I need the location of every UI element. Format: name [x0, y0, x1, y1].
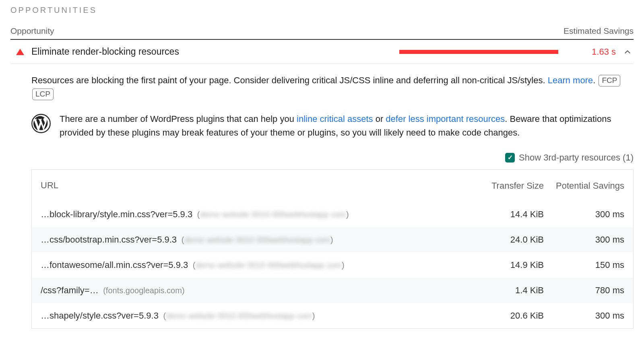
wp-mid: or: [373, 114, 386, 124]
third-party-label: Show 3rd-party resources (1): [519, 151, 634, 165]
th-savings: Potential Savings: [544, 180, 624, 192]
row-source: (demo website 0010 000webhostapp com): [195, 210, 349, 219]
opportunity-description: Resources are blocking the first paint o…: [31, 74, 634, 101]
opportunities-header: Opportunity Estimated Savings: [10, 26, 634, 40]
row-savings: 300 ms: [544, 208, 624, 221]
row-url[interactable]: …block-library/style.min.css?ver=5.9.3 (…: [41, 208, 463, 221]
row-url[interactable]: …css/bootstrap.min.css?ver=5.9.3 (demo w…: [41, 233, 463, 247]
row-size: 20.6 KiB: [463, 309, 544, 323]
triangle-fail-icon: [16, 49, 24, 55]
defer-resources-link[interactable]: defer less important resources: [386, 114, 505, 124]
table-row: …shapely/style.css?ver=5.9.3 (demo websi…: [32, 303, 633, 328]
row-savings: 780 ms: [544, 284, 624, 297]
table-row: /css?family=… (fonts.googleapis.com)1.4 …: [32, 278, 633, 303]
row-url[interactable]: …shapely/style.css?ver=5.9.3 (demo websi…: [41, 309, 463, 323]
row-savings: 300 ms: [544, 233, 624, 247]
row-size: 14.9 KiB: [463, 258, 544, 272]
opportunity-row[interactable]: Eliminate render-blocking resources 1.63…: [10, 40, 634, 64]
row-size: 24.0 KiB: [463, 233, 544, 247]
row-savings: 300 ms: [544, 309, 624, 323]
th-size: Transfer Size: [463, 180, 544, 192]
description-text: Resources are blocking the first paint o…: [31, 75, 548, 85]
opportunity-title: Eliminate render-blocking resources: [31, 46, 392, 57]
table-row: …css/bootstrap.min.css?ver=5.9.3 (demo w…: [32, 227, 633, 252]
wp-pre: There are a number of WordPress plugins …: [60, 114, 297, 124]
fcp-tag: FCP: [599, 75, 620, 86]
table-row: …block-library/style.min.css?ver=5.9.3 (…: [32, 202, 633, 227]
inline-critical-assets-link[interactable]: inline critical assets: [297, 114, 373, 124]
section-title: OPPORTUNITIES: [10, 6, 634, 15]
description-post: .: [593, 75, 595, 85]
savings-value: 1.63 s: [576, 47, 616, 57]
row-size: 14.4 KiB: [463, 208, 544, 221]
row-size: 1.4 KiB: [463, 284, 544, 297]
row-url[interactable]: /css?family=… (fonts.googleapis.com): [41, 284, 463, 297]
row-source: (demo website 0010 000webhostapp com): [190, 261, 344, 270]
chevron-up-icon: [623, 47, 632, 56]
third-party-checkbox[interactable]: ✓: [505, 153, 515, 163]
wordpress-hint: There are a number of WordPress plugins …: [60, 112, 634, 140]
row-url[interactable]: …fontawesome/all.min.css?ver=5.9.3 (demo…: [41, 258, 463, 272]
table-header: URL Transfer Size Potential Savings: [32, 170, 633, 201]
lcp-tag: LCP: [32, 88, 54, 100]
row-source: (demo website 0010 000webhostapp com): [161, 311, 315, 320]
row-source: (fonts.googleapis.com): [101, 286, 185, 295]
row-source: (demo website 0010 000webhostapp com): [179, 235, 333, 244]
opportunity-details: Resources are blocking the first paint o…: [10, 64, 634, 329]
wordpress-icon: [31, 114, 51, 133]
header-opportunity-label: Opportunity: [10, 26, 54, 36]
row-savings: 150 ms: [544, 258, 624, 272]
learn-more-link[interactable]: Learn more: [548, 75, 593, 85]
resources-table: URL Transfer Size Potential Savings …blo…: [31, 169, 634, 329]
savings-bar: [399, 50, 568, 54]
header-savings-label: Estimated Savings: [564, 26, 634, 36]
th-url: URL: [41, 179, 463, 192]
table-row: …fontawesome/all.min.css?ver=5.9.3 (demo…: [32, 252, 633, 278]
